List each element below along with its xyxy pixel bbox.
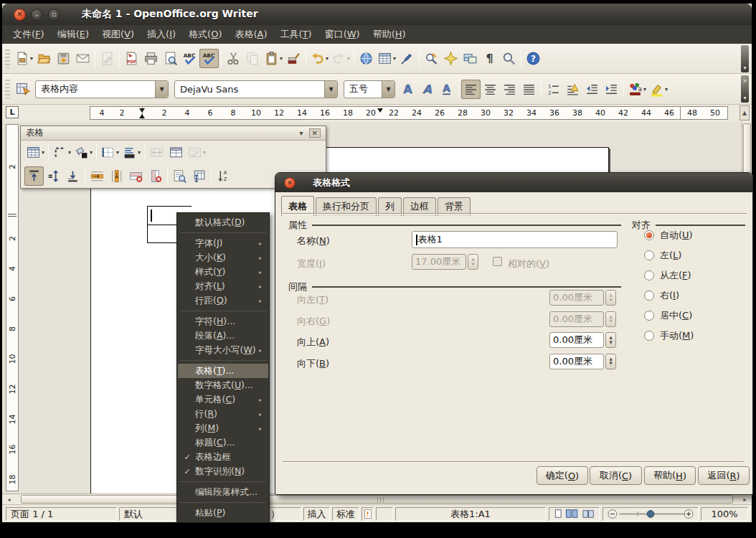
tt-table-properties-button[interactable] [189,166,209,186]
numbered-list-button[interactable]: 12 [544,80,563,99]
spacing-spinner-2[interactable]: 0.00厘米▲▼ [549,332,616,348]
vertical-ruler[interactable]: 224681012141618 [6,124,19,491]
increase-indent-button[interactable] [602,80,621,99]
menu-item-table-boundaries[interactable]: ✓表格边框 [178,450,268,464]
horizontal-scrollbar-thumb[interactable] [21,495,733,504]
dropdown-arrow-icon[interactable]: ▾ [42,149,44,156]
status-insert-mode[interactable]: 插入 [303,507,330,521]
font-color-button[interactable]: a▾ [626,80,648,99]
reset-button[interactable]: 返回(R) [698,466,750,485]
radio-dot-icon[interactable] [644,270,654,280]
menu-item-number-recognition[interactable]: ✓数字识别(N) [178,464,268,478]
radio-从左[interactable]: 从左(F) [644,269,691,282]
tt-split-cells-button[interactable] [166,143,186,162]
email-button[interactable] [73,49,93,68]
status-zoom-level[interactable]: 100% [701,507,748,521]
menu-item-paste[interactable]: 粘贴(P) [178,506,268,520]
scroll-left-icon[interactable]: ◂ [4,495,14,504]
table-toolbar-titlebar[interactable]: 表格 ▾ ✕ [21,126,326,141]
toolbar-grip[interactable] [5,80,10,98]
spinner-arrows-icon[interactable]: ▲▼ [605,332,616,348]
menu-item-row[interactable]: 行(R)▸ [178,407,268,421]
status-page[interactable]: 页面 1 / 1 [6,507,117,521]
menu-编辑[interactable]: 编辑(E) [51,26,95,43]
radio-手动[interactable]: 手动(M) [644,329,694,342]
menu-视图[interactable]: 视图(V) [95,26,141,43]
menu-item-cell[interactable]: 单元格(C)▸ [178,392,268,407]
indent-marker-icon[interactable] [377,108,383,113]
italic-button[interactable]: A [417,80,437,99]
radio-居中[interactable]: 居中(C) [644,309,692,322]
menu-item-number-format[interactable]: 数字格式(U)... [178,378,268,392]
insert-table-button[interactable]: ▾ [376,49,397,68]
toolbar-grip[interactable] [5,49,10,68]
help-button[interactable]: ? [524,49,543,68]
decrease-indent-button[interactable] [582,80,602,99]
radio-左[interactable]: 左(L) [644,249,681,262]
menu-item-alignment[interactable]: 对齐(L)▸ [178,279,268,293]
menu-item-table[interactable]: 表格(T)... [178,364,268,378]
margin-marker-icon[interactable] [139,108,145,113]
dropdown-arrow-icon[interactable]: ▾ [280,55,283,62]
close-icon[interactable]: ✕ [14,9,26,21]
dropdown-arrow-icon[interactable]: ▾ [347,55,350,62]
dialog-titlebar[interactable]: ✕ 表格格式 [275,173,752,192]
toolbar-menu-icon[interactable]: ▾ [300,129,303,137]
font-name-combo[interactable]: DejaVu Sans ▼ [174,80,338,98]
menu-item-default-format[interactable]: 默认格式(D) [178,215,268,230]
dropdown-arrow-icon[interactable]: ▾ [30,55,33,62]
combo-dropdown-icon[interactable]: ▼ [324,81,337,98]
align-right-button[interactable] [500,80,519,99]
dropdown-arrow-icon[interactable]: ▾ [326,55,329,62]
spellcheck-button[interactable]: ABC [180,49,199,68]
zoom-button[interactable] [499,49,519,68]
find-replace-button[interactable] [422,49,441,68]
scroll-right-icon[interactable]: ▸ [740,495,750,504]
radio-dot-icon[interactable] [644,250,654,260]
view-layout-buttons[interactable] [549,507,600,521]
ok-button[interactable]: 确定(O) [537,466,588,485]
tt-borders-button[interactable]: ▾ [99,143,121,162]
page-preview-button[interactable] [161,49,180,68]
dropdown-arrow-icon[interactable]: ▾ [393,55,396,62]
paragraph-style-combo[interactable]: 表格内容 ▼ [35,80,169,98]
tt-align-bottom-button[interactable] [63,166,82,186]
tt-autoformat-button[interactable] [170,166,189,186]
menu-插入[interactable]: 插入(I) [141,26,182,43]
help-button[interactable]: 帮助(H) [644,466,696,485]
menu-item-character[interactable]: 字符(H)... [178,314,268,329]
font-size-combo[interactable]: 五号 ▼ [344,80,395,98]
new-document-button[interactable]: ▾ [13,49,34,68]
spacing-spinner-3[interactable]: 0.00厘米▲▼ [549,354,616,369]
toolbar-options-icon[interactable]: ▾ [741,45,749,72]
styles-window-button[interactable] [13,80,32,99]
bullet-list-button[interactable] [563,80,582,99]
draw-functions-button[interactable] [397,49,417,68]
navigator-button[interactable] [441,49,460,68]
dropdown-arrow-icon[interactable]: ▾ [203,149,206,156]
spinner-arrows-icon[interactable]: ▲▼ [605,354,616,369]
margin-marker-icon[interactable] [139,114,145,118]
radio-dot-icon[interactable] [644,230,654,240]
radio-dot-icon[interactable] [644,311,654,321]
dropdown-arrow-icon[interactable]: ▾ [90,149,93,156]
bold-button[interactable]: A [398,80,417,99]
print-button[interactable] [141,49,161,68]
dropdown-arrow-icon[interactable]: ▾ [116,149,119,156]
menu-表格[interactable]: 表格(A) [228,26,273,43]
format-paintbrush-button[interactable] [284,49,303,68]
toolbar-overflow-icon[interactable]: »▾ [741,75,749,103]
ruler-strip[interactable]: 4224681012141618202224262830323436384042… [90,106,728,120]
menu-item-size[interactable]: 大小(K)▸ [178,250,268,265]
align-center-button[interactable] [481,80,500,99]
menu-帮助[interactable]: 帮助(H) [367,26,412,43]
export-pdf-button[interactable]: PDF [122,49,141,68]
status-selection-mode[interactable]: 标准 [332,507,359,521]
tt-center-vertical-button[interactable] [44,166,63,186]
menu-item-paragraph[interactable]: 段落(A)... [178,329,268,343]
menu-item-edit-paragraph-style[interactable]: 编辑段落样式... [178,485,268,499]
tt-background-color-button[interactable]: ▾ [121,143,142,162]
menu-格式[interactable]: 格式(O) [182,26,228,43]
tt-align-top-button[interactable] [24,166,44,186]
scroll-up-icon[interactable]: ▲ [740,105,750,121]
